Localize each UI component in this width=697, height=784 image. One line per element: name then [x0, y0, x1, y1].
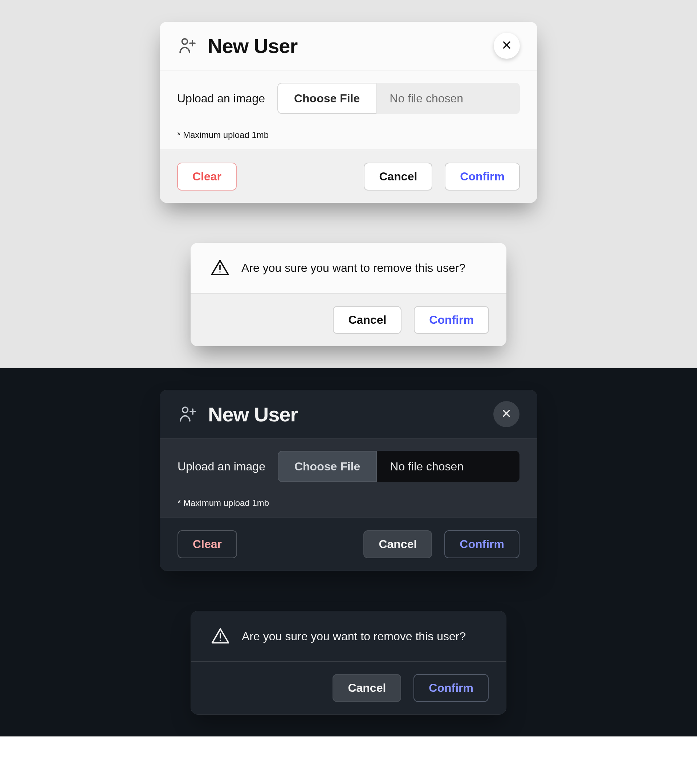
file-chosen-text: No file chosen	[377, 451, 519, 482]
svg-point-6	[219, 271, 221, 273]
file-chosen-text: No file chosen	[376, 83, 520, 114]
confirm-dialog-footer: Cancel Confirm	[191, 662, 506, 714]
dialog-title: New User	[208, 34, 297, 58]
clear-button[interactable]: Clear	[178, 530, 237, 558]
clear-button[interactable]: Clear	[177, 163, 237, 191]
dark-theme-panel: New User Upload an image Choose File No …	[0, 368, 697, 736]
upload-hint: * Maximum upload 1mb	[178, 498, 519, 508]
confirm-cancel-button[interactable]: Cancel	[333, 306, 402, 334]
close-button[interactable]	[494, 33, 520, 59]
add-user-icon	[178, 404, 198, 424]
new-user-dialog: New User Upload an image Choose File No …	[160, 390, 537, 571]
close-icon	[501, 407, 511, 422]
svg-point-13	[220, 639, 221, 641]
cancel-button[interactable]: Cancel	[363, 530, 432, 558]
warning-icon	[210, 258, 230, 278]
confirm-message: Are you sure you want to remove this use…	[241, 261, 465, 275]
file-input-group: Choose File No file chosen	[278, 451, 519, 482]
light-theme-panel: New User Upload an image Choose File No …	[0, 0, 697, 368]
close-icon	[502, 38, 512, 53]
close-button[interactable]	[493, 401, 519, 427]
upload-label: Upload an image	[177, 92, 265, 105]
upload-label: Upload an image	[178, 460, 265, 473]
confirm-dialog-body: Are you sure you want to remove this use…	[191, 243, 506, 294]
dialog-header: New User	[160, 390, 537, 438]
dialog-body: Upload an image Choose File No file chos…	[160, 70, 537, 150]
choose-file-button[interactable]: Choose File	[277, 83, 376, 114]
new-user-dialog: New User Upload an image Choose File No …	[160, 22, 537, 203]
dialog-footer: Clear Cancel Confirm	[160, 518, 537, 571]
confirm-button[interactable]: Confirm	[445, 163, 520, 191]
confirm-confirm-button[interactable]: Confirm	[414, 306, 489, 334]
svg-point-7	[183, 407, 188, 413]
choose-file-button[interactable]: Choose File	[278, 451, 377, 482]
upload-hint: * Maximum upload 1mb	[177, 130, 520, 140]
dialog-footer: Clear Cancel Confirm	[160, 150, 537, 203]
upload-row: Upload an image Choose File No file chos…	[178, 451, 519, 482]
remove-user-confirm-dialog: Are you sure you want to remove this use…	[191, 611, 506, 715]
confirm-cancel-button[interactable]: Cancel	[333, 674, 401, 702]
remove-user-confirm-dialog: Are you sure you want to remove this use…	[191, 243, 506, 346]
confirm-message: Are you sure you want to remove this use…	[242, 630, 466, 643]
confirm-dialog-body: Are you sure you want to remove this use…	[191, 611, 506, 662]
confirm-button[interactable]: Confirm	[444, 530, 519, 558]
file-input-group: Choose File No file chosen	[277, 83, 520, 114]
cancel-button[interactable]: Cancel	[364, 163, 432, 191]
warning-icon	[211, 626, 230, 646]
confirm-confirm-button[interactable]: Confirm	[414, 674, 489, 702]
svg-point-0	[182, 39, 188, 44]
dialog-body: Upload an image Choose File No file chos…	[160, 438, 537, 518]
dialog-header: New User	[160, 22, 537, 70]
dialog-title: New User	[208, 402, 298, 426]
confirm-dialog-footer: Cancel Confirm	[191, 294, 506, 346]
add-user-icon	[177, 36, 198, 56]
upload-row: Upload an image Choose File No file chos…	[177, 83, 520, 114]
